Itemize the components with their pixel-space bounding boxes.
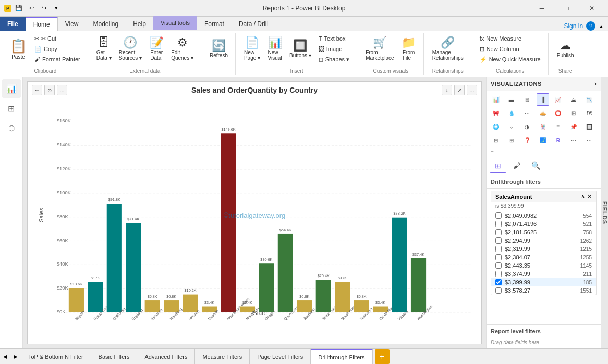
- format-painter-button[interactable]: 🖌Format Painter: [31, 54, 83, 65]
- filter-checkbox[interactable]: [495, 212, 502, 219]
- scroll-right-btn[interactable]: ▶: [10, 352, 21, 362]
- new-visual-button[interactable]: 📊 NewVisual: [264, 33, 285, 65]
- filter-checkbox[interactable]: [495, 237, 502, 244]
- viz-icon-ribbon[interactable]: 🎀: [490, 107, 502, 119]
- new-page-button[interactable]: 📄 NewPage ▾: [241, 33, 263, 65]
- viz-tab-fields[interactable]: ⊞: [490, 158, 506, 173]
- filter-checkbox[interactable]: [495, 229, 502, 235]
- shapes-button[interactable]: ◻Shapes ▾: [315, 54, 352, 65]
- tab-view[interactable]: View: [58, 17, 86, 31]
- new-quick-measure-button[interactable]: ⚡New Quick Measure: [477, 54, 544, 65]
- viz-icon-fill[interactable]: 🌐: [490, 120, 502, 133]
- tab-advanced-filters[interactable]: Advanced Filters: [137, 349, 195, 364]
- tab-top-bottom[interactable]: ToP & Bottom N Filter: [21, 349, 91, 364]
- more-btn[interactable]: …: [467, 85, 477, 95]
- filter-item[interactable]: $2,071.4196 521: [491, 220, 596, 228]
- viz-icon-linearea[interactable]: 📉: [583, 93, 595, 106]
- filter-checkbox[interactable]: [495, 262, 502, 269]
- expand-btn[interactable]: ⤢: [454, 85, 465, 95]
- fields-strip[interactable]: FIELDS: [601, 77, 608, 348]
- tab-measure-filters[interactable]: Measure Filters: [195, 349, 250, 364]
- sidebar-icon-data[interactable]: ⊞: [2, 99, 21, 118]
- viz-icon-line[interactable]: 📈: [552, 93, 564, 106]
- tab-format[interactable]: Format: [197, 17, 232, 31]
- tab-file[interactable]: File: [0, 17, 26, 31]
- filter-checkbox[interactable]: [495, 271, 502, 277]
- scroll-left-btn[interactable]: ◀: [0, 352, 10, 362]
- focus-btn[interactable]: ⊙: [44, 85, 55, 95]
- viz-icon-arcgis[interactable]: 🗾: [537, 134, 549, 146]
- viz-icon-kpi[interactable]: 📌: [567, 120, 580, 133]
- viz-tab-analytics[interactable]: 🔍: [527, 158, 544, 173]
- add-tab-btn[interactable]: +: [375, 349, 390, 364]
- down-btn[interactable]: ↓: [442, 85, 452, 95]
- sidebar-icon-model[interactable]: ⬡: [2, 119, 21, 137]
- viz-more[interactable]: ...: [490, 146, 598, 154]
- viz-icon-bar[interactable]: 📊: [490, 93, 502, 106]
- enter-data-button[interactable]: 📝 EnterData: [146, 33, 167, 65]
- filter-checkbox[interactable]: [495, 279, 502, 285]
- from-marketplace-button[interactable]: 🛒 FromMarketplace: [362, 33, 397, 65]
- viz-icon-table[interactable]: ⊟: [490, 134, 502, 146]
- filter-checkbox[interactable]: [495, 287, 502, 294]
- tab-help[interactable]: Help: [126, 17, 153, 31]
- filter-item[interactable]: $3,578.27 1551: [491, 286, 596, 295]
- collapse-btn[interactable]: ▲: [599, 23, 604, 29]
- filter-item[interactable]: $2,319.99 1215: [491, 245, 596, 253]
- viz-icon-funnel[interactable]: ⬦: [505, 120, 518, 133]
- filter-checkbox[interactable]: [495, 246, 502, 252]
- save-quick-btn[interactable]: 💾: [14, 3, 24, 14]
- copy-button[interactable]: 📄Copy: [31, 44, 83, 54]
- paste-button[interactable]: 📋 Paste: [7, 33, 29, 65]
- back-btn[interactable]: ←: [32, 85, 42, 95]
- tab-drillthrough[interactable]: Drillthrough Filters: [311, 349, 372, 364]
- new-column-button[interactable]: ⊞New Column: [477, 44, 544, 54]
- viz-icon-matrix[interactable]: ⊞: [505, 134, 518, 146]
- filter-item[interactable]: $3,374.99 211: [491, 270, 596, 278]
- viz-icon-slicer[interactable]: 🔲: [583, 120, 595, 133]
- cut-button[interactable]: ✂✂ Cut: [31, 33, 83, 44]
- text-box-button[interactable]: TText box: [315, 33, 352, 44]
- tab-modeling[interactable]: Modeling: [86, 17, 126, 31]
- viz-icon-treemap[interactable]: ⊞: [567, 107, 580, 119]
- viz-icon-waterfall[interactable]: 💧: [505, 107, 518, 119]
- viz-icon-donut[interactable]: ⭕: [552, 107, 564, 119]
- tab-visual-tools[interactable]: Visual tools: [153, 16, 197, 30]
- filter-item[interactable]: $2,049.0982 554: [491, 211, 596, 220]
- viz-tab-format[interactable]: 🖌: [508, 158, 525, 173]
- filter-item[interactable]: $2,181.5625 758: [491, 228, 596, 236]
- signin-link[interactable]: Sign in: [564, 22, 583, 30]
- filter-checkbox[interactable]: [495, 221, 502, 227]
- filter-item[interactable]: $2,384.07 1255: [491, 253, 596, 261]
- filter-item[interactable]: $2,443.35 1145: [491, 261, 596, 270]
- viz-icon-multirow[interactable]: ≡: [552, 120, 564, 133]
- viz-icon-gauge[interactable]: ◑: [521, 120, 533, 133]
- new-measure-button[interactable]: fxNew Measure: [477, 33, 544, 44]
- sidebar-icon-report[interactable]: 📊: [2, 79, 21, 98]
- viz-icon-100bar[interactable]: ⊟: [521, 93, 533, 106]
- maximize-btn[interactable]: □: [555, 0, 579, 17]
- tab-home[interactable]: Home: [26, 17, 58, 31]
- filter-checkbox[interactable]: [495, 254, 502, 260]
- viz-panel-collapse[interactable]: ›: [594, 80, 597, 87]
- viz-icon-stackedbar[interactable]: ▬: [505, 93, 518, 106]
- viz-icon-clustered[interactable]: ▐: [537, 93, 549, 106]
- manage-relationships-button[interactable]: 🔗 ManageRelationships: [429, 33, 467, 65]
- viz-icon-python[interactable]: R: [552, 134, 564, 146]
- dropdown-btn[interactable]: ▾: [51, 3, 62, 14]
- filter-collapse-btn[interactable]: ∧: [581, 193, 585, 200]
- viz-icon-more1[interactable]: ⋯: [567, 134, 580, 146]
- filter-item[interactable]: $3,399.99 185: [491, 278, 596, 286]
- help-btn[interactable]: ?: [586, 21, 595, 31]
- edit-queries-button[interactable]: ⚙ EditQueries ▾: [168, 33, 197, 65]
- image-button[interactable]: 🖼Image: [315, 44, 352, 54]
- viz-icon-pie[interactable]: 🥧: [537, 107, 549, 119]
- close-btn[interactable]: ✕: [580, 0, 604, 17]
- viz-icon-qna[interactable]: ❓: [521, 134, 533, 146]
- refresh-button[interactable]: 🔄 Refresh: [206, 33, 231, 65]
- minimize-btn[interactable]: ─: [530, 0, 554, 17]
- buttons-button[interactable]: 🔲 Buttons ▾: [286, 33, 314, 65]
- from-file-button[interactable]: 📁 FromFile: [398, 33, 419, 65]
- redo-btn[interactable]: ↪: [39, 3, 49, 14]
- get-data-button[interactable]: 🗄 GetData ▾: [93, 33, 115, 65]
